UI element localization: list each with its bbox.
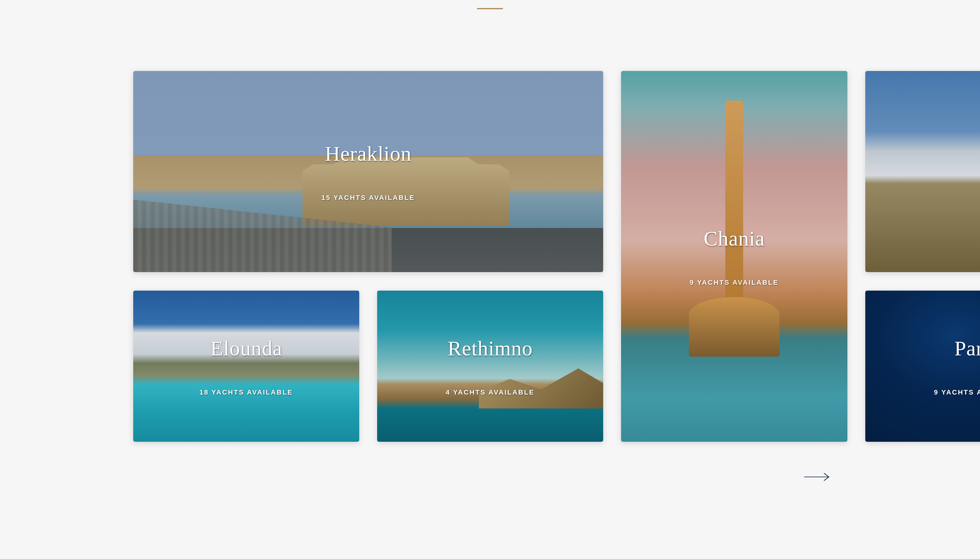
destination-title: Chania xyxy=(704,227,765,251)
destination-title: Heraklion xyxy=(325,142,412,166)
destination-card-partial-top[interactable] xyxy=(865,71,980,272)
destination-yachts-label: 9 YACHTS AVAILABLE xyxy=(934,389,980,397)
destination-card-paros[interactable]: Paros 9 YACHTS AVAILABLE xyxy=(865,291,980,442)
destination-yachts-label: 15 YACHTS AVAILABLE xyxy=(321,194,415,202)
destination-title: Paros xyxy=(954,336,980,361)
card-overlay xyxy=(865,291,980,442)
destination-yachts-label: 4 YACHTS AVAILABLE xyxy=(445,389,535,397)
grid-column-2: Chania 9 YACHTS AVAILABLE xyxy=(621,71,847,442)
destinations-grid: Heraklion 15 YACHTS AVAILABLE Elounda 18… xyxy=(133,71,980,442)
section-divider xyxy=(477,8,503,9)
card-overlay xyxy=(133,71,603,272)
destination-title: Elounda xyxy=(210,336,282,361)
grid-column-3: Paros 9 YACHTS AVAILABLE xyxy=(865,71,980,442)
arrow-right-icon xyxy=(803,478,830,483)
card-overlay xyxy=(377,291,603,442)
next-button[interactable] xyxy=(803,472,830,483)
grid-row-bottom: Elounda 18 YACHTS AVAILABLE Rethimno 4 Y… xyxy=(133,291,603,442)
card-overlay xyxy=(133,291,359,442)
destination-card-chania[interactable]: Chania 9 YACHTS AVAILABLE xyxy=(621,71,847,442)
card-overlay xyxy=(865,71,980,272)
destination-card-heraklion[interactable]: Heraklion 15 YACHTS AVAILABLE xyxy=(133,71,603,272)
destination-card-rethimno[interactable]: Rethimno 4 YACHTS AVAILABLE xyxy=(377,291,603,442)
grid-column-1: Heraklion 15 YACHTS AVAILABLE Elounda 18… xyxy=(133,71,603,442)
card-overlay xyxy=(621,71,847,442)
destination-yachts-label: 18 YACHTS AVAILABLE xyxy=(200,389,293,397)
destination-title: Rethimno xyxy=(447,336,533,361)
destination-yachts-label: 9 YACHTS AVAILABLE xyxy=(690,279,779,286)
destination-card-elounda[interactable]: Elounda 18 YACHTS AVAILABLE xyxy=(133,291,359,442)
